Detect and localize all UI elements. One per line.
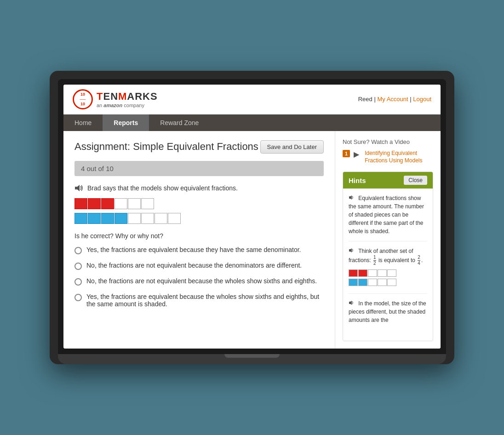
bar-seg [168,213,181,224]
video-badge: 1 [343,150,350,157]
hint-speaker-icon-1[interactable] [349,195,355,200]
bar-seg [74,198,87,209]
bar-seg [115,198,127,209]
logo-name: TenMarks [97,91,158,103]
bar-seg [101,213,114,224]
radio-b[interactable] [74,263,82,270]
answer-option-b[interactable]: No, the fractions are not equivalent bec… [74,262,324,270]
nav-reports[interactable]: Reports [103,114,149,131]
logout-link[interactable]: Logout [413,96,431,103]
video-item[interactable]: 1 ▶ Identifying Equivalent Fractions Usi… [343,150,433,164]
hints-content: Equivalent fractions show the same amoun… [343,189,433,341]
radio-d[interactable] [74,294,82,301]
speaker-icon[interactable] [74,184,84,192]
hints-panel: Hints Close Eq [343,172,433,341]
answer-option-c[interactable]: No, the fractions are not equivalent bec… [74,277,324,286]
user-name: Reed [358,96,372,103]
my-account-link[interactable]: My Account [377,96,408,103]
logo: 10──10 TenMarks an amazon company [73,89,158,109]
main-content: Assignment: Simple Equivalent Fractions … [63,131,441,349]
logo-text: TenMarks an amazon company [97,91,158,108]
blue-fraction-bar [74,213,324,224]
assignment-title: Assignment: Simple Equivalent Fractions [74,141,258,153]
bar-seg [128,198,141,209]
answer-option-d[interactable]: Yes, the fractions are equivalent becaus… [74,293,324,308]
progress-text: 4 out of 10 [81,165,114,172]
assignment-header: Assignment: Simple Equivalent Fractions … [74,140,324,154]
hint-item-3: In the model, the size of the pieces dif… [349,299,427,330]
svg-marker-0 [75,185,80,191]
nav-home[interactable]: Home [63,114,103,131]
bar-seg [115,213,127,224]
fraction-two-fourths: 24 [418,255,420,266]
nav-reward-zone[interactable]: Reward Zone [149,114,210,131]
watch-video-title: Not Sure? Watch a Video [343,138,433,145]
answer-option-a[interactable]: Yes, the fractions are equivalent becaus… [74,246,324,254]
question-section: Brad says that the models show equivalen… [74,184,324,308]
screen-bezel: 10──10 TenMarks an amazon company Reed | [58,79,446,354]
hint-blue-bar [349,279,427,286]
laptop-base [58,354,446,364]
hint-red-bar [349,269,427,277]
radio-c[interactable] [74,278,82,286]
site-header: 10──10 TenMarks an amazon company Reed | [63,85,441,114]
question-text: Brad says that the models show equivalen… [74,184,324,192]
header-user-info: Reed | My Account | Logout [358,96,431,103]
answer-options: Yes, the fractions are equivalent becaus… [74,246,324,308]
bar-seg [88,198,101,209]
content-area: Assignment: Simple Equivalent Fractions … [63,131,335,349]
bar-seg [88,213,101,224]
bar-seg [155,213,167,224]
hint-speaker-icon-3[interactable] [349,300,355,305]
progress-indicator: 4 out of 10 [74,161,324,176]
nav-bar: Home Reports Reward Zone [63,114,441,131]
hints-header: Hints Close [343,172,433,189]
hint-2-text: Think of another set of fractions: 12 is… [349,248,423,263]
bar-seg [141,198,154,209]
bar-seg [128,213,141,224]
bar-seg [74,213,87,224]
laptop-frame: 10──10 TenMarks an amazon company Reed | [50,71,454,364]
right-panel: Not Sure? Watch a Video 1 ▶ Identifying … [335,131,441,349]
red-fraction-bar [74,198,324,209]
svg-marker-3 [349,301,352,305]
fraction-half: 12 [373,255,376,266]
svg-marker-1 [349,195,352,200]
radio-a[interactable] [74,247,82,254]
hint-speaker-icon-2[interactable] [349,248,355,253]
video-link[interactable]: Identifying Equivalent Fractions Using M… [365,150,433,164]
bar-seg [101,198,114,209]
hint-fraction-bars [349,269,427,286]
logo-icon: 10──10 [73,89,93,109]
screen: 10──10 TenMarks an amazon company Reed | [63,85,441,349]
fraction-bars [74,198,324,224]
question-prompt: Is he correct? Why or why not? [74,232,324,240]
hints-title: Hints [349,177,366,184]
logo-sub: an amazon company [97,103,158,108]
save-later-button[interactable]: Save and Do Later [260,140,324,154]
hint-item-1: Equivalent fractions show the same amoun… [349,194,427,241]
watch-video-section: Not Sure? Watch a Video 1 ▶ Identifying … [343,138,433,164]
svg-marker-2 [349,248,352,252]
hint-item-2: Think of another set of fractions: 12 is… [349,247,427,294]
bar-seg [141,213,154,224]
hints-close-button[interactable]: Close [404,176,427,185]
